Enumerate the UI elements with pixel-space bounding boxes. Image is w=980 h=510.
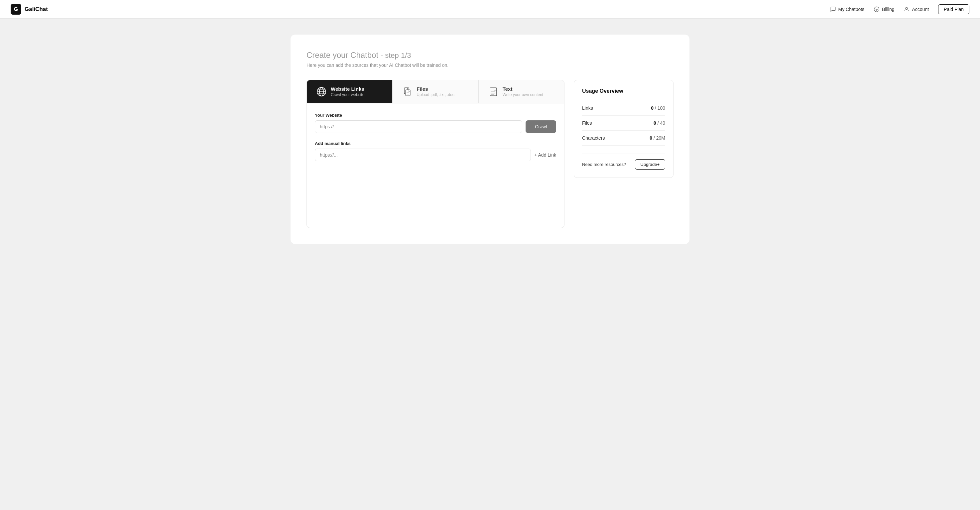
usage-files-key: Files <box>582 120 592 126</box>
nav-my-chatbots[interactable]: My Chatbots <box>830 6 865 12</box>
content-row: Website Links Crawl your website <box>307 80 673 228</box>
usage-links-key: Links <box>582 105 593 111</box>
page-subtitle: Here you can add the sources that your A… <box>307 62 673 68</box>
manual-links-label: Add manual links <box>315 141 556 146</box>
usage-files-row: Files 0 / 40 <box>582 116 665 131</box>
svg-point-1 <box>905 7 908 9</box>
header: G GaliChat My Chatbots Billing Acc <box>0 0 980 19</box>
tab-website-links[interactable]: Website Links Crawl your website <box>307 80 393 103</box>
need-more-label: Need more resources? <box>582 162 626 167</box>
logo-text: GaliChat <box>25 6 48 13</box>
nav-billing[interactable]: Billing <box>873 6 894 12</box>
usage-characters-row: Characters 0 / 20M <box>582 131 665 146</box>
upgrade-button[interactable]: Upgrade+ <box>635 159 665 170</box>
manual-link-input[interactable] <box>315 148 531 161</box>
tab-files-label: Files <box>417 86 454 92</box>
chat-icon <box>830 6 836 12</box>
usage-title: Usage Overview <box>582 88 665 94</box>
tab-website-links-label: Website Links <box>331 86 364 92</box>
header-right: My Chatbots Billing Account Paid Plan <box>830 4 969 14</box>
tab-website-links-sub: Crawl your website <box>331 92 364 97</box>
main: Create your Chatbot - step 1/3 Here you … <box>0 19 980 260</box>
card: Create your Chatbot - step 1/3 Here you … <box>291 35 689 244</box>
page-title-step: - step 1/3 <box>381 51 411 59</box>
website-url-input[interactable] <box>315 120 522 133</box>
nav-account-label: Account <box>912 6 929 12</box>
nav-my-chatbots-label: My Chatbots <box>838 6 865 12</box>
tab-text-sub: Write your own content <box>503 92 544 97</box>
files-icon <box>402 86 412 97</box>
usage-files-val: 0 / 40 <box>654 120 665 126</box>
usage-characters-key: Characters <box>582 135 605 141</box>
coin-icon <box>873 6 880 12</box>
user-icon <box>904 6 910 12</box>
upgrade-row: Need more resources? Upgrade+ <box>582 154 665 170</box>
usage-characters-val: 0 / 20M <box>649 135 665 141</box>
website-input-row: Crawl <box>315 120 556 133</box>
usage-links-val: 0 / 100 <box>651 105 665 111</box>
usage-links-row: Links 0 / 100 <box>582 101 665 116</box>
tab-text[interactable]: Text Write your own content <box>479 80 564 103</box>
tabs: Website Links Crawl your website <box>307 80 565 104</box>
logo-icon: G <box>11 4 21 14</box>
left-panel: Website Links Crawl your website <box>307 80 565 228</box>
nav-billing-label: Billing <box>882 6 894 12</box>
your-website-label: Your Website <box>315 113 556 118</box>
header-left: G GaliChat <box>11 4 48 14</box>
tab-files-sub: Upload .pdf, .txt, .doc <box>417 92 454 97</box>
crawl-button[interactable]: Crawl <box>525 120 556 133</box>
paid-plan-button[interactable]: Paid Plan <box>938 4 969 14</box>
text-icon <box>488 86 499 97</box>
page-title: Create your Chatbot - step 1/3 <box>307 51 673 60</box>
globe-icon <box>316 86 327 97</box>
tab-text-label: Text <box>503 86 544 92</box>
usage-panel: Usage Overview Links 0 / 100 Files 0 / 4… <box>574 80 673 178</box>
add-link-button[interactable]: + Add Link <box>534 152 556 158</box>
tab-body: Your Website Crawl Add manual links + Ad… <box>307 104 565 228</box>
page-title-main: Create your Chatbot <box>307 51 381 59</box>
add-link-row: + Add Link <box>315 148 556 161</box>
nav-account[interactable]: Account <box>904 6 929 12</box>
tab-files[interactable]: Files Upload .pdf, .txt, .doc <box>393 80 478 103</box>
